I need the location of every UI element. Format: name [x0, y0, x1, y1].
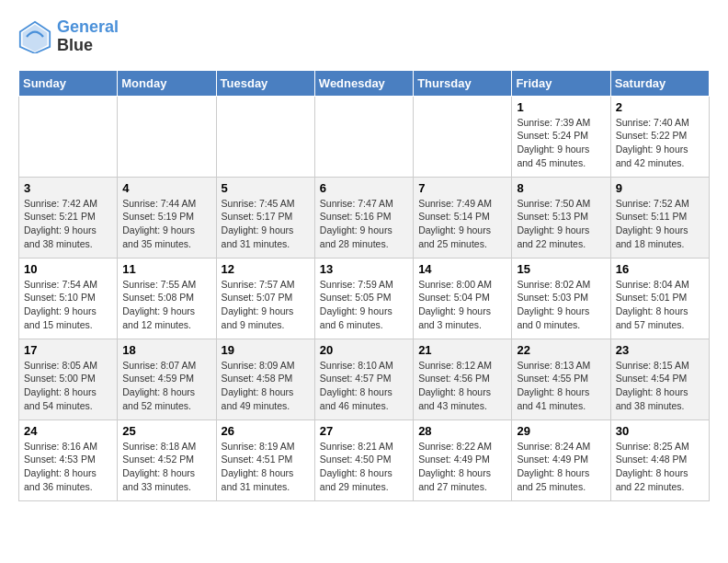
- logo: General Blue: [18, 18, 119, 55]
- day-info: Sunrise: 8:13 AMSunset: 4:55 PMDaylight:…: [517, 359, 605, 413]
- day-number: 18: [122, 343, 210, 357]
- day-info: Sunrise: 8:02 AMSunset: 5:03 PMDaylight:…: [517, 278, 605, 332]
- day-info: Sunrise: 8:05 AMSunset: 5:00 PMDaylight:…: [24, 359, 112, 413]
- calendar-cell: 26Sunrise: 8:19 AMSunset: 4:51 PMDayligh…: [216, 419, 314, 500]
- calendar-cell: 27Sunrise: 8:21 AMSunset: 4:50 PMDayligh…: [314, 419, 413, 500]
- calendar-cell: 6Sunrise: 7:47 AMSunset: 5:16 PMDaylight…: [314, 177, 413, 258]
- calendar-cell: 19Sunrise: 8:09 AMSunset: 4:58 PMDayligh…: [216, 339, 314, 419]
- weekday-header-sunday: Sunday: [19, 70, 118, 96]
- day-info: Sunrise: 8:12 AMSunset: 4:56 PMDaylight:…: [418, 359, 506, 413]
- day-number: 20: [320, 343, 408, 357]
- day-info: Sunrise: 8:16 AMSunset: 4:53 PMDaylight:…: [24, 440, 112, 494]
- day-number: 21: [418, 343, 506, 357]
- day-number: 16: [616, 262, 704, 276]
- day-number: 11: [122, 262, 210, 276]
- day-info: Sunrise: 8:21 AMSunset: 4:50 PMDaylight:…: [320, 440, 408, 494]
- day-number: 1: [517, 100, 605, 114]
- calendar-cell: 25Sunrise: 8:18 AMSunset: 4:52 PMDayligh…: [118, 419, 216, 500]
- day-info: Sunrise: 7:50 AMSunset: 5:13 PMDaylight:…: [517, 197, 605, 251]
- calendar-cell: 8Sunrise: 7:50 AMSunset: 5:13 PMDaylight…: [512, 177, 610, 258]
- day-info: Sunrise: 8:15 AMSunset: 4:54 PMDaylight:…: [616, 359, 704, 413]
- day-info: Sunrise: 7:44 AMSunset: 5:19 PMDaylight:…: [122, 197, 210, 251]
- calendar-cell: 18Sunrise: 8:07 AMSunset: 4:59 PMDayligh…: [118, 339, 216, 419]
- day-number: 17: [24, 343, 112, 357]
- day-info: Sunrise: 7:52 AMSunset: 5:11 PMDaylight:…: [616, 197, 704, 251]
- calendar-cell: 15Sunrise: 8:02 AMSunset: 5:03 PMDayligh…: [512, 258, 610, 339]
- calendar-cell: 17Sunrise: 8:05 AMSunset: 5:00 PMDayligh…: [19, 339, 118, 419]
- day-number: 26: [222, 424, 310, 438]
- calendar-cell: 3Sunrise: 7:42 AMSunset: 5:21 PMDaylight…: [19, 177, 118, 258]
- weekday-header-thursday: Thursday: [414, 70, 512, 96]
- day-info: Sunrise: 7:59 AMSunset: 5:05 PMDaylight:…: [320, 278, 408, 332]
- day-number: 5: [222, 181, 310, 195]
- calendar-cell: 9Sunrise: 7:52 AMSunset: 5:11 PMDaylight…: [610, 177, 709, 258]
- calendar-cell: 24Sunrise: 8:16 AMSunset: 4:53 PMDayligh…: [19, 419, 118, 500]
- calendar-cell: [19, 96, 118, 177]
- day-info: Sunrise: 8:07 AMSunset: 4:59 PMDaylight:…: [122, 359, 210, 413]
- calendar-cell: 14Sunrise: 8:00 AMSunset: 5:04 PMDayligh…: [414, 258, 512, 339]
- day-info: Sunrise: 7:55 AMSunset: 5:08 PMDaylight:…: [122, 278, 210, 332]
- day-number: 22: [517, 343, 605, 357]
- day-info: Sunrise: 8:24 AMSunset: 4:49 PMDaylight:…: [517, 440, 605, 494]
- calendar-cell: 30Sunrise: 8:25 AMSunset: 4:48 PMDayligh…: [610, 419, 709, 500]
- calendar-cell: 22Sunrise: 8:13 AMSunset: 4:55 PMDayligh…: [512, 339, 610, 419]
- day-number: 6: [320, 181, 408, 195]
- day-info: Sunrise: 8:19 AMSunset: 4:51 PMDaylight:…: [222, 440, 310, 494]
- day-info: Sunrise: 7:45 AMSunset: 5:17 PMDaylight:…: [222, 197, 310, 251]
- weekday-header-friday: Friday: [512, 70, 610, 96]
- calendar-table: SundayMondayTuesdayWednesdayThursdayFrid…: [18, 70, 710, 501]
- calendar-cell: 2Sunrise: 7:40 AMSunset: 5:22 PMDaylight…: [610, 96, 709, 177]
- day-info: Sunrise: 8:22 AMSunset: 4:49 PMDaylight:…: [418, 440, 506, 494]
- day-number: 25: [122, 424, 210, 438]
- day-number: 8: [517, 181, 605, 195]
- day-number: 15: [517, 262, 605, 276]
- day-info: Sunrise: 7:57 AMSunset: 5:07 PMDaylight:…: [222, 278, 310, 332]
- calendar-cell: 1Sunrise: 7:39 AMSunset: 5:24 PMDaylight…: [512, 96, 610, 177]
- day-info: Sunrise: 8:00 AMSunset: 5:04 PMDaylight:…: [418, 278, 506, 332]
- day-number: 28: [418, 424, 506, 438]
- weekday-header-tuesday: Tuesday: [216, 70, 314, 96]
- day-number: 12: [222, 262, 310, 276]
- calendar-cell: 16Sunrise: 8:04 AMSunset: 5:01 PMDayligh…: [610, 258, 709, 339]
- calendar-cell: 28Sunrise: 8:22 AMSunset: 4:49 PMDayligh…: [414, 419, 512, 500]
- day-number: 24: [24, 424, 112, 438]
- day-info: Sunrise: 7:42 AMSunset: 5:21 PMDaylight:…: [24, 197, 112, 251]
- logo-icon: [18, 20, 51, 53]
- weekday-header-monday: Monday: [118, 70, 216, 96]
- day-number: 14: [418, 262, 506, 276]
- day-number: 27: [320, 424, 408, 438]
- calendar-cell: 20Sunrise: 8:10 AMSunset: 4:57 PMDayligh…: [314, 339, 413, 419]
- day-number: 9: [616, 181, 704, 195]
- calendar-cell: [314, 96, 413, 177]
- day-number: 10: [24, 262, 112, 276]
- day-info: Sunrise: 8:10 AMSunset: 4:57 PMDaylight:…: [320, 359, 408, 413]
- day-number: 2: [616, 100, 704, 114]
- day-number: 4: [122, 181, 210, 195]
- calendar-cell: [118, 96, 216, 177]
- calendar-cell: 12Sunrise: 7:57 AMSunset: 5:07 PMDayligh…: [216, 258, 314, 339]
- day-info: Sunrise: 7:54 AMSunset: 5:10 PMDaylight:…: [24, 278, 112, 332]
- day-info: Sunrise: 7:47 AMSunset: 5:16 PMDaylight:…: [320, 197, 408, 251]
- weekday-header-wednesday: Wednesday: [314, 70, 413, 96]
- day-info: Sunrise: 8:09 AMSunset: 4:58 PMDaylight:…: [222, 359, 310, 413]
- day-info: Sunrise: 8:25 AMSunset: 4:48 PMDaylight:…: [616, 440, 704, 494]
- day-number: 13: [320, 262, 408, 276]
- day-info: Sunrise: 7:40 AMSunset: 5:22 PMDaylight:…: [616, 116, 704, 170]
- calendar-cell: [414, 96, 512, 177]
- calendar-cell: 7Sunrise: 7:49 AMSunset: 5:14 PMDaylight…: [414, 177, 512, 258]
- calendar-cell: 11Sunrise: 7:55 AMSunset: 5:08 PMDayligh…: [118, 258, 216, 339]
- day-number: 30: [616, 424, 704, 438]
- day-info: Sunrise: 7:49 AMSunset: 5:14 PMDaylight:…: [418, 197, 506, 251]
- day-info: Sunrise: 8:04 AMSunset: 5:01 PMDaylight:…: [616, 278, 704, 332]
- calendar-cell: 13Sunrise: 7:59 AMSunset: 5:05 PMDayligh…: [314, 258, 413, 339]
- calendar-cell: 5Sunrise: 7:45 AMSunset: 5:17 PMDaylight…: [216, 177, 314, 258]
- calendar-cell: [216, 96, 314, 177]
- day-number: 7: [418, 181, 506, 195]
- day-info: Sunrise: 7:39 AMSunset: 5:24 PMDaylight:…: [517, 116, 605, 170]
- logo-text: General Blue: [57, 18, 119, 55]
- calendar-cell: 29Sunrise: 8:24 AMSunset: 4:49 PMDayligh…: [512, 419, 610, 500]
- day-info: Sunrise: 8:18 AMSunset: 4:52 PMDaylight:…: [122, 440, 210, 494]
- page-header: General Blue: [18, 18, 710, 55]
- day-number: 3: [24, 181, 112, 195]
- day-number: 29: [517, 424, 605, 438]
